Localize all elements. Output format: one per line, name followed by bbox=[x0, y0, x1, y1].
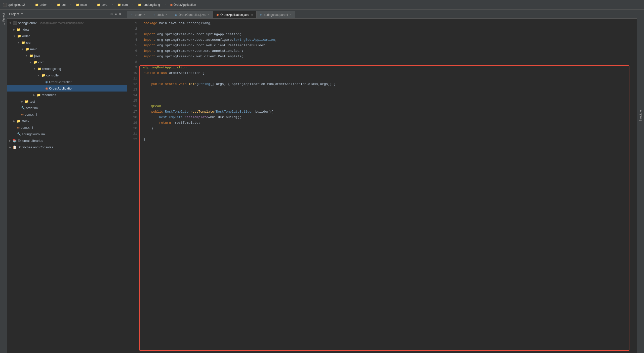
tab-orderapplication[interactable]: ◉ OrderApplication.java × bbox=[213, 11, 257, 18]
sep2: › bbox=[51, 3, 53, 7]
kw-import5: import bbox=[143, 54, 157, 59]
tab-stock-icon: m bbox=[153, 13, 155, 17]
code-line-13 bbox=[143, 87, 633, 93]
side-strip: 1: Project bbox=[0, 10, 7, 353]
panel-actions: ⚙ ≡ ⚙ — bbox=[110, 12, 125, 16]
tree-item-external-libs[interactable]: ▶ 📚 External Libraries bbox=[7, 137, 127, 144]
code-line-14 bbox=[143, 93, 633, 98]
tree-item-src[interactable]: ▼ 📁 src bbox=[7, 39, 127, 46]
tree-item-stock[interactable]: ▶ 📁 stock bbox=[7, 118, 127, 124]
folder-main-icon: 📁 bbox=[25, 47, 29, 51]
tab-stock-close[interactable]: × bbox=[166, 13, 167, 16]
arrow-java: ▼ bbox=[25, 54, 28, 57]
tree-label-src: src bbox=[26, 41, 30, 45]
tree-item-order[interactable]: ▼ 📁 order bbox=[7, 33, 127, 39]
closing-brace1: } bbox=[143, 126, 153, 131]
tree-item-order-iml[interactable]: 🔧 order.iml bbox=[7, 105, 127, 111]
tree-item-springcloud2[interactable]: ▼ ⬛ springcloud2 ~/songguo/项目/demo1/spri… bbox=[7, 20, 127, 26]
arrow-com: ▼ bbox=[29, 61, 32, 64]
code-line-11 bbox=[143, 76, 633, 81]
tab-order[interactable]: m order × bbox=[127, 11, 149, 18]
collapse-icon[interactable]: ≡ bbox=[115, 12, 117, 16]
ln-3: 3 bbox=[127, 32, 137, 37]
tab-ordercontroller-close[interactable]: × bbox=[208, 13, 209, 16]
ln-9: ↻ 9 bbox=[127, 65, 137, 70]
tree-item-scratches[interactable]: ▶ 📋 Scratches and Consoles bbox=[7, 144, 127, 150]
import2c: ; bbox=[275, 37, 277, 43]
tree-item-resources[interactable]: ▶ 📁 resources bbox=[7, 92, 127, 98]
ln-19: 19 bbox=[127, 120, 137, 126]
tree-item-orderapplication[interactable]: ◉ OrderApplication bbox=[7, 85, 127, 92]
code-line-6: import org.springframework.context.annot… bbox=[143, 48, 633, 54]
import1: org.springframework.boot.SpringApplicati… bbox=[157, 32, 242, 37]
folder-icon4: 📁 bbox=[97, 3, 101, 7]
scratches-icon: 📋 bbox=[13, 145, 17, 149]
dropdown-icon[interactable]: ▼ bbox=[21, 13, 23, 15]
tab-orderapplication-close[interactable]: × bbox=[251, 14, 253, 16]
tab-stock[interactable]: m stock × bbox=[149, 11, 171, 18]
return-val: restTemplate; bbox=[173, 120, 200, 126]
tree-label-rendongliang: rendongliang bbox=[42, 67, 61, 71]
xml-order-icon: m bbox=[21, 113, 24, 116]
code-line-8 bbox=[143, 59, 633, 65]
kw-import2: import bbox=[143, 37, 157, 43]
closing-brace2: } bbox=[143, 137, 145, 142]
arrow-order: ▼ bbox=[13, 35, 16, 37]
tree-item-idea[interactable]: ▶ 📁 .idea bbox=[7, 26, 127, 33]
code-line-18: RestTemplate restTemplate=builder.build(… bbox=[143, 115, 633, 120]
tree-item-controller[interactable]: ▼ 📁 controller bbox=[7, 72, 127, 78]
sep3: › bbox=[70, 3, 72, 7]
tree-item-springcloud2-iml[interactable]: 🔧 springcloud2.iml bbox=[7, 131, 127, 137]
code-line-1: package main.java.com.rendongliang; bbox=[143, 21, 633, 26]
indent-rt2 bbox=[143, 115, 159, 120]
title-bar: ⬛ springcloud2 › 📁 order › 📁 src › 📁 mai… bbox=[0, 0, 644, 10]
folder-order-icon: 📁 bbox=[17, 34, 21, 38]
sync-icon[interactable]: ⚙ bbox=[110, 12, 112, 16]
project-tab-label[interactable]: 1: Project bbox=[2, 12, 6, 26]
ln-5: 5 bbox=[127, 43, 137, 48]
tree-label-pom-root: pom.xml bbox=[21, 126, 33, 129]
ln-14: 14 bbox=[127, 93, 137, 98]
import4: org.springframework.context.annotation.B… bbox=[157, 48, 244, 54]
ln-18: 18 bbox=[127, 115, 137, 120]
code-line-20: } bbox=[143, 126, 633, 131]
tree-item-com[interactable]: ▼ 📁 com bbox=[7, 59, 127, 65]
code-line-22: } bbox=[143, 137, 633, 142]
code-line-16: @Bean bbox=[143, 104, 633, 109]
line-numbers: 1 2 3 4 5 6 7 8 ↻ 9 ↻ 10 11 ▶ 1 bbox=[127, 19, 139, 353]
folder-icon: 📁 bbox=[35, 3, 39, 7]
tree-item-rendongliang[interactable]: ▼ 📁 rendongliang bbox=[7, 65, 127, 72]
tree-item-main[interactable]: ▼ 📁 main bbox=[7, 46, 127, 52]
main-params2: [] args) { SpringApplication.run(OrderAp… bbox=[210, 81, 336, 87]
ln-13: 13 bbox=[127, 87, 137, 93]
indent-return bbox=[143, 120, 159, 126]
tree-item-java[interactable]: ▼ 📁 java bbox=[7, 52, 127, 59]
arrow-resources: ▶ bbox=[33, 94, 35, 96]
tab-order-close[interactable]: × bbox=[144, 13, 145, 16]
tree-item-pom-root[interactable]: m pom.xml bbox=[7, 124, 127, 131]
code-area[interactable]: package main.java.com.rendongliang; impo… bbox=[139, 19, 637, 353]
editor-content: 1 2 3 4 5 6 7 8 ↻ 9 ↻ 10 11 ▶ 1 bbox=[127, 19, 637, 353]
tree-item-pom-order[interactable]: m pom.xml bbox=[7, 111, 127, 118]
classname: OrderApplication { bbox=[169, 70, 204, 76]
annotation-bean: @Bean bbox=[151, 104, 161, 109]
tree-label-orderapplication: OrderApplication bbox=[49, 86, 73, 90]
title-order-label: order bbox=[40, 3, 47, 7]
folder-com-icon: 📁 bbox=[33, 60, 37, 64]
hide-icon[interactable]: — bbox=[123, 12, 125, 16]
settings-icon[interactable]: ⚙ bbox=[119, 12, 121, 16]
tree-item-ordercontroller[interactable]: ◉ OrderController bbox=[7, 78, 127, 85]
tree-label-order: order bbox=[22, 34, 30, 38]
tab-order-icon: m bbox=[131, 13, 133, 17]
import2b: SpringBootApplication bbox=[234, 37, 275, 43]
ln-16: ↻ 16 bbox=[127, 104, 137, 109]
tab-springcloudparent[interactable]: m springcloudparent × bbox=[257, 11, 295, 18]
tab-ordercontroller[interactable]: ◉ OrderController.java × bbox=[171, 11, 213, 18]
tab-springcloudparent-close[interactable]: × bbox=[290, 13, 292, 16]
code-line-15 bbox=[143, 98, 633, 104]
ln-22: 22 bbox=[127, 137, 137, 142]
folder-resources-icon: 📁 bbox=[37, 93, 41, 97]
tree-item-test[interactable]: ▶ 📁 test bbox=[7, 98, 127, 105]
structure-tab-label[interactable]: Structure bbox=[639, 110, 642, 121]
tree-label-ordercontroller: OrderController bbox=[49, 80, 72, 84]
